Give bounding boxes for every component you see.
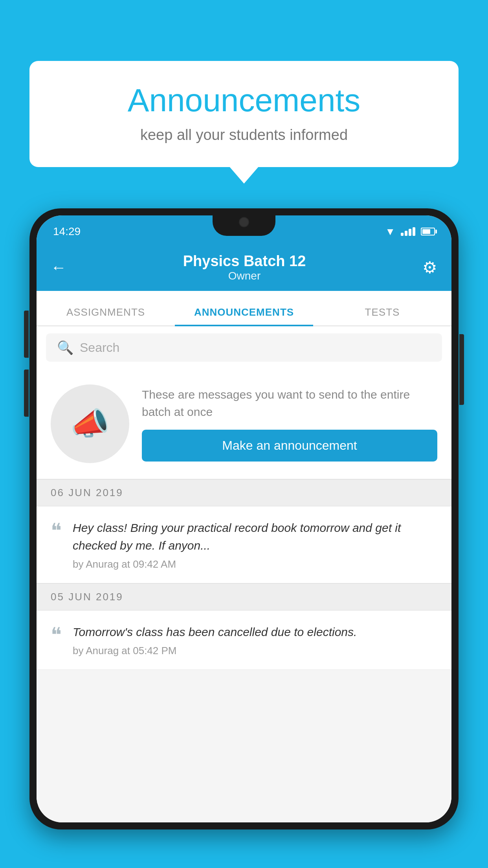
date-separator-1: 06 JUN 2019	[37, 479, 451, 506]
announcement-item-1[interactable]: ❝ Hey class! Bring your practical record…	[37, 506, 451, 583]
content-area: 🔍 Search 📣 These are messages you want t…	[37, 326, 451, 822]
signal-bar-2	[405, 231, 407, 236]
side-btn-volume-up	[24, 311, 29, 358]
announcement-meta-1: by Anurag at 09:42 AM	[73, 558, 437, 570]
announcement-item-2[interactable]: ❝ Tomorrow's class has been cancelled du…	[37, 611, 451, 670]
status-time: 14:29	[53, 225, 81, 238]
make-announcement-button[interactable]: Make an announcement	[142, 430, 437, 462]
app-bar: ← Physics Batch 12 Owner ⚙	[37, 244, 451, 291]
phone-container: 14:29 ▼ ← Phys	[29, 208, 459, 868]
bubble-subtitle: keep all your students informed	[53, 127, 435, 143]
promo-text: These are messages you want to send to t…	[142, 386, 437, 420]
battery-icon	[421, 228, 435, 235]
promo-card: 📣 These are messages you want to send to…	[37, 369, 451, 479]
announcement-meta-2: by Anurag at 05:42 PM	[73, 645, 437, 657]
wifi-icon: ▼	[385, 226, 395, 238]
announcement-right-2: Tomorrow's class has been cancelled due …	[73, 623, 437, 657]
speech-bubble-section: Announcements keep all your students inf…	[29, 61, 459, 167]
signal-bars	[401, 227, 415, 236]
signal-bar-1	[401, 233, 404, 236]
megaphone-icon: 📣	[51, 384, 129, 463]
quote-icon-2: ❝	[51, 625, 62, 645]
announcement-right-1: Hey class! Bring your practical record b…	[73, 519, 437, 570]
announcement-text-2: Tomorrow's class has been cancelled due …	[73, 623, 437, 641]
app-bar-subtitle: Owner	[86, 270, 403, 282]
signal-bar-3	[409, 229, 411, 236]
tab-tests[interactable]: TESTS	[313, 306, 451, 326]
phone-camera	[239, 217, 249, 227]
settings-icon[interactable]: ⚙	[422, 258, 437, 277]
tab-assignments[interactable]: ASSIGNMENTS	[37, 306, 175, 326]
back-button[interactable]: ←	[51, 259, 66, 276]
date-separator-2: 05 JUN 2019	[37, 583, 451, 611]
side-btn-power	[459, 334, 464, 405]
app-bar-title-container: Physics Batch 12 Owner	[86, 253, 403, 282]
bubble-title: Announcements	[53, 83, 435, 118]
announcement-text-1: Hey class! Bring your practical record b…	[73, 519, 437, 554]
quote-icon-1: ❝	[51, 520, 62, 541]
signal-bar-4	[413, 227, 415, 236]
side-btn-volume-down	[24, 370, 29, 417]
battery-fill	[422, 229, 430, 234]
search-placeholder: Search	[80, 340, 119, 355]
tabs-container: ASSIGNMENTS ANNOUNCEMENTS TESTS	[37, 291, 451, 326]
search-icon: 🔍	[57, 340, 73, 355]
status-icons: ▼	[385, 226, 435, 238]
phone-outer: 14:29 ▼ ← Phys	[29, 208, 459, 829]
phone-screen: 14:29 ▼ ← Phys	[37, 215, 451, 822]
search-bar-container: 🔍 Search	[37, 326, 451, 369]
speech-bubble: Announcements keep all your students inf…	[29, 61, 459, 167]
app-bar-title: Physics Batch 12	[86, 253, 403, 270]
search-bar[interactable]: 🔍 Search	[46, 333, 442, 362]
tab-announcements[interactable]: ANNOUNCEMENTS	[175, 306, 313, 326]
promo-right: These are messages you want to send to t…	[142, 386, 437, 462]
